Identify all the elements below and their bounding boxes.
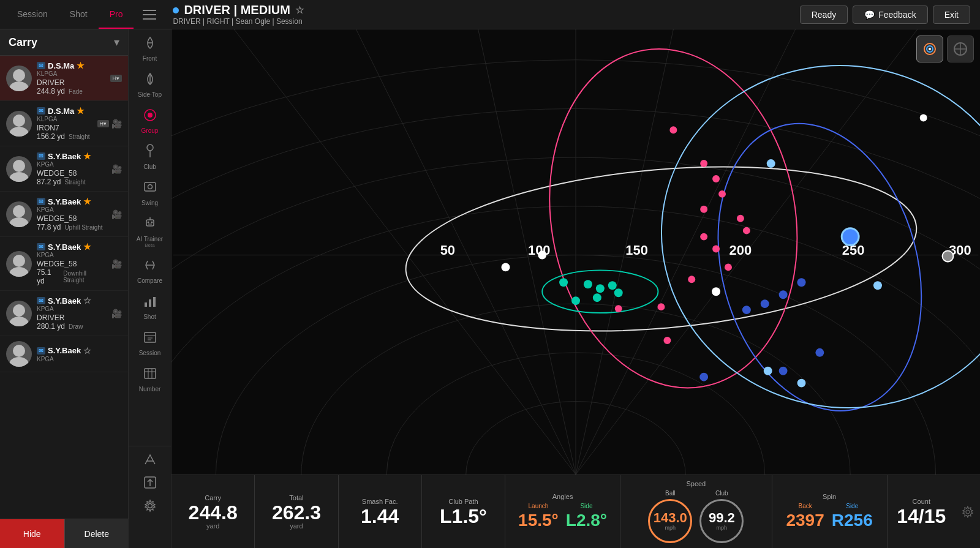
tab-shot[interactable]: Shot (59, 0, 99, 29)
back-spin-value: 2397 (786, 511, 824, 530)
video-icon: 🎥 (111, 164, 122, 174)
avatar (6, 301, 32, 326)
beta-label: Beta (145, 242, 154, 248)
list-item[interactable]: ✉ S.Y.Baek ★ KPGA WEDGE_58 87.2 yd Strai… (0, 146, 128, 192)
svg-point-111 (764, 367, 772, 375)
front-label: Front (143, 55, 157, 62)
club-speed-label: Club (715, 490, 728, 497)
avatar (6, 201, 32, 227)
settings-icon-button[interactable] (129, 495, 171, 516)
total-stat-unit: yard (290, 522, 303, 530)
sidebar-item-aitrainer[interactable]: AI Trainer Beta (129, 212, 171, 252)
group-view-button[interactable] (916, 36, 943, 62)
page-title: DRIVER | MEDIUM ☆ (173, 3, 799, 17)
svg-point-100 (593, 293, 601, 302)
sidebar-item-compare[interactable]: Compare (129, 254, 171, 288)
msg-badge: ✉ (37, 297, 45, 304)
svg-point-89 (712, 287, 720, 296)
smash-stat-label: Smash Fac. (362, 498, 398, 505)
svg-point-13 (13, 304, 25, 317)
sidebar-item-group[interactable]: Group (129, 104, 171, 138)
star-icon: ★ (77, 106, 85, 116)
list-item[interactable]: ✉ S.Y.Baek ★ KPGA WEDGE_58 77.8 yd Uphil… (0, 192, 128, 237)
svg-point-24 (148, 185, 152, 189)
sidebar-item-sidetop[interactable]: Side·Top (129, 68, 171, 102)
carry-stat-value: 244.8 (189, 503, 238, 522)
left-panel: Carry ▾ ✉ D.S.Ma ★ KLPGA DRIVER 244.8 yd… (0, 29, 129, 548)
svg-point-83 (688, 276, 695, 283)
hide-button[interactable]: Hide (0, 519, 64, 548)
svg-point-75 (712, 175, 720, 182)
ball-speed-ring: 143.0 mph (648, 499, 692, 543)
svg-line-56 (478, 29, 576, 475)
smash-stat: Smash Fac. 1.44 (339, 475, 422, 548)
svg-point-95 (559, 278, 568, 287)
main-canvas[interactable]: .grid-line { stroke: #2a2a2a; stroke-wid… (172, 29, 980, 475)
aitrainer-icon (143, 216, 157, 235)
front-icon (143, 36, 157, 54)
smash-stat-value: 1.44 (361, 506, 399, 526)
svg-rect-0 (143, 10, 156, 11)
star-outline-icon: ☆ (83, 296, 91, 306)
svg-point-11 (13, 255, 25, 267)
count-stat: Count 14/15 (888, 475, 956, 548)
clubpath-stat: Club Path L1.5° (422, 475, 505, 548)
sidebar-item-number[interactable]: Number (129, 362, 171, 396)
sidebar-item-shot[interactable]: Shot (129, 290, 171, 324)
list-item[interactable]: ✉ D.S.Ma ★ KLPGA DRIVER 244.8 yd Fade H▾ (0, 56, 128, 101)
svg-point-76 (718, 190, 726, 198)
sidebar-item-session[interactable]: Session (129, 326, 171, 360)
svg-point-20 (148, 113, 153, 118)
carry-dropdown[interactable]: Carry ▾ (0, 29, 128, 56)
svg-point-87 (502, 263, 510, 271)
mode-toggle-button[interactable] (947, 36, 974, 62)
export-icon-button[interactable] (129, 449, 171, 470)
menu-icon[interactable] (138, 0, 160, 29)
tab-pro[interactable]: Pro (99, 0, 134, 29)
svg-line-59 (576, 29, 796, 475)
avatar (6, 341, 32, 367)
feedback-button[interactable]: 💬 Feedback (853, 6, 927, 24)
star-icon[interactable]: ☆ (295, 4, 304, 16)
sidebar-item-club[interactable]: Club (129, 140, 171, 174)
svg-point-105 (797, 278, 806, 287)
feedback-icon: 💬 (864, 10, 875, 20)
total-stat-label: Total (289, 494, 303, 501)
svg-point-99 (614, 288, 623, 297)
exit-button[interactable]: Exit (933, 6, 970, 24)
svg-point-69 (524, 29, 823, 408)
tab-session[interactable]: Session (6, 0, 59, 29)
list-item[interactable]: ✉ D.S.Ma ★ KLPGA IRON7 156.2 yd Straight… (0, 101, 128, 146)
svg-point-74 (700, 160, 707, 167)
sidebar-item-swing[interactable]: Swing (129, 176, 171, 210)
player-info: ✉ D.S.Ma ★ KLPGA DRIVER 244.8 yd Fade (37, 61, 105, 96)
svg-point-72 (635, 37, 980, 437)
svg-point-108 (815, 348, 824, 357)
video-icon: 🎥 (111, 309, 122, 318)
ready-button[interactable]: Ready (800, 6, 848, 24)
svg-point-112 (797, 379, 806, 388)
chevron-down-icon: ▾ (114, 36, 119, 49)
delete-button[interactable]: Delete (64, 519, 129, 548)
svg-point-15 (13, 345, 25, 357)
svg-point-106 (699, 373, 708, 381)
list-item[interactable]: ✉ S.Y.Baek ☆ KPGA (0, 336, 128, 372)
star-icon: ★ (77, 61, 85, 70)
avatar (6, 66, 32, 91)
spin-stat-label: Spin (823, 493, 836, 500)
aitrainer-label: AI Trainer (137, 236, 163, 242)
svg-point-7 (13, 160, 25, 172)
shot-label: Shot (143, 313, 156, 320)
sidebar-item-front[interactable]: Front (129, 32, 171, 66)
side-spin-value: R256 (832, 511, 873, 530)
list-item[interactable]: ✉ S.Y.Baek ★ KPGA WEDGE_58 75.1 yd Downh… (0, 237, 128, 291)
avatar (6, 251, 32, 277)
list-item[interactable]: ✉ S.Y.Baek ☆ KPGA DRIVER 280.1 yd Draw 🎥 (0, 291, 128, 336)
side-spin-label: Side (846, 503, 858, 509)
settings-stat-button[interactable] (956, 475, 980, 548)
compare-label: Compare (137, 277, 162, 284)
svg-point-85 (615, 305, 622, 312)
svg-rect-23 (145, 182, 156, 191)
svg-point-3 (13, 69, 25, 81)
share-icon-button[interactable] (129, 472, 171, 493)
